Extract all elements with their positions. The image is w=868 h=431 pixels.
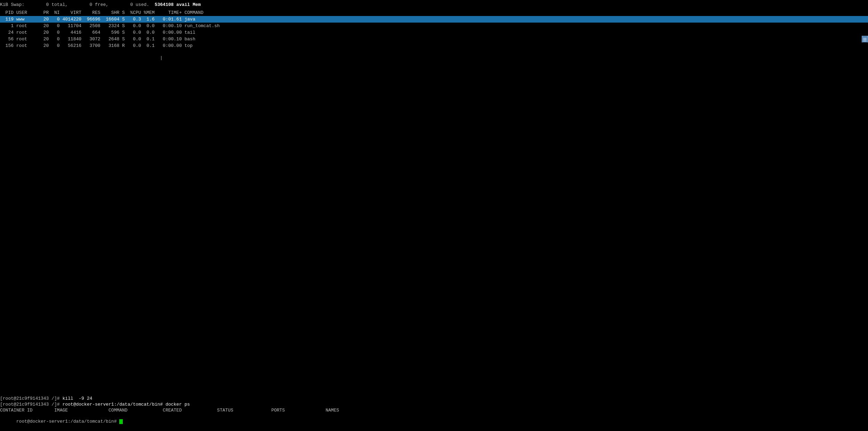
prompt-text: root@docker-server1:/data/tomcat/bin# <box>16 419 119 424</box>
svg-rect-2 <box>863 41 867 41</box>
table-row: 24 root 20 0 4416 664 596 S 0.0 0.0 0:00… <box>0 29 868 36</box>
cursor <box>119 419 123 424</box>
swap-line: KiB Swap: 0 total, 0 free, 0 used. 53641… <box>0 1 868 8</box>
table-row: 56 root 20 0 11840 3072 2648 S 0.0 0.1 0… <box>0 36 868 42</box>
process-table: PID USER PR NI VIRT RES SHR S %CPU %MEM … <box>0 9 868 49</box>
table-header: PID USER PR NI VIRT RES SHR S %CPU %MEM … <box>0 9 868 16</box>
svg-rect-1 <box>863 39 867 40</box>
kill-command-line: [root@21c9f9141343 /]# kill -9 24 <box>0 396 868 401</box>
docker-table-header: CONTAINER ID IMAGE COMMAND CREATED STATU… <box>0 407 868 413</box>
empty-area: | <box>0 49 868 195</box>
table-row: 1 root 20 0 11704 2508 2324 S 0.0 0.0 0:… <box>0 23 868 29</box>
table-row: 119 www 20 0 4014220 96696 16604 S 0.3 1… <box>0 16 868 23</box>
final-prompt-line[interactable]: root@docker-server1:/data/tomcat/bin# <box>0 413 868 430</box>
terminal[interactable]: KiB Swap: 0 total, 0 free, 0 used. 53641… <box>0 0 868 431</box>
svg-rect-0 <box>863 38 867 39</box>
table-row: 156 root 20 0 56216 3700 3168 R 0.0 0.1 … <box>0 42 868 49</box>
bottom-section: [root@21c9f9141343 /]# kill -9 24 [root@… <box>0 396 868 431</box>
docker-command-line: [root@21c9f9141343 /]# root@docker-serve… <box>0 401 868 407</box>
top-section: KiB Swap: 0 total, 0 free, 0 used. 53641… <box>0 0 868 49</box>
